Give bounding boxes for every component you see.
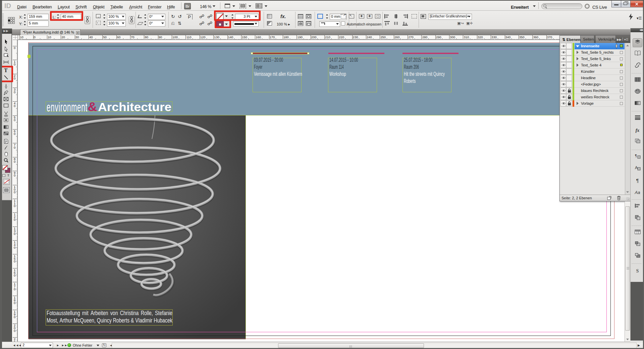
svg-text:¶: ¶	[635, 154, 637, 158]
svg-text:A: A	[635, 165, 638, 170]
